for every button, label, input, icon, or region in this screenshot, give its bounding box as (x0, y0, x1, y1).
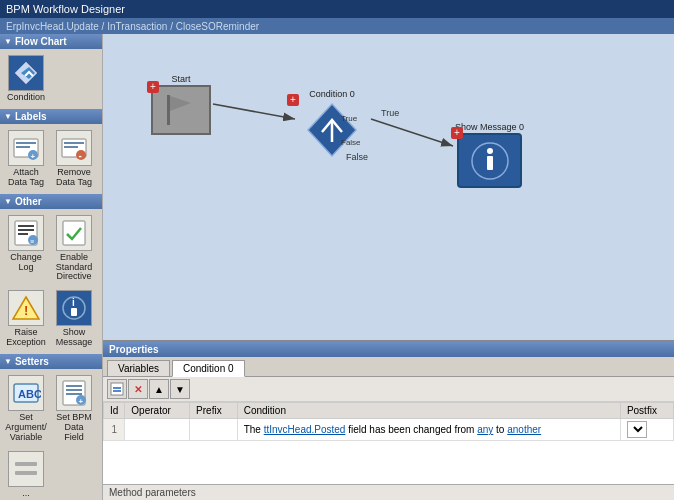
row-prefix (190, 419, 238, 441)
show-message-sidebar-icon: i (56, 290, 92, 326)
tool-show-message-sidebar[interactable]: i Show Message (52, 288, 96, 350)
tool-remove-data-tag-label: Remove Data Tag (54, 168, 94, 188)
tool-condition[interactable]: Condition (4, 53, 48, 105)
showmessage0-plus[interactable]: + (451, 127, 463, 139)
section-header-other[interactable]: Other (0, 194, 102, 209)
tool-attach-data-tag[interactable]: + Attach Data Tag (4, 128, 48, 190)
svg-rect-27 (66, 385, 82, 387)
tool-set-argument-variable[interactable]: ABC Set Argument/ Variable (4, 373, 48, 445)
col-prefix: Prefix (190, 403, 238, 419)
attach-data-tag-icon: + (8, 130, 44, 166)
svg-rect-23 (71, 308, 77, 316)
canvas-area[interactable]: True False Start + Condition 0 (103, 34, 674, 340)
svg-rect-28 (66, 389, 82, 391)
svg-text:i: i (72, 297, 75, 308)
properties-tabs: Variables Condition 0 (103, 357, 674, 377)
row-operator (125, 419, 190, 441)
move-down-button[interactable]: ▼ (170, 379, 190, 399)
section-header-labels[interactable]: Labels (0, 109, 102, 124)
condition-link-another[interactable]: another (507, 424, 541, 435)
tool-attach-data-tag-label: Attach Data Tag (6, 168, 46, 188)
properties-panel: Properties Variables Condition 0 (103, 340, 674, 500)
node-condition0-label: Condition 0 (309, 89, 355, 99)
main-layout: Flow Chart Condition Labels (0, 34, 674, 500)
tool-more-setters[interactable]: ... (4, 449, 48, 500)
col-postfix: Postfix (620, 403, 673, 419)
condition-false-label: False (341, 138, 361, 147)
start-plus[interactable]: + (147, 81, 159, 93)
section-header-flow-chart[interactable]: Flow Chart (0, 34, 102, 49)
tool-enable-standard-directive-label: Enable Standard Directive (54, 253, 94, 283)
title-bar: BPM Workflow Designer (0, 0, 674, 18)
svg-rect-46 (113, 390, 121, 392)
method-params-bar: Method parameters (103, 484, 674, 500)
move-up-button[interactable]: ▲ (149, 379, 169, 399)
node-start[interactable]: Start + (151, 74, 211, 135)
section-label-flow-chart: Flow Chart (15, 36, 67, 47)
edge-true-label: True (381, 108, 399, 118)
tool-enable-standard-directive[interactable]: Enable Standard Directive (52, 213, 96, 285)
tool-condition-label: Condition (7, 93, 45, 103)
section-label-other: Other (15, 196, 42, 207)
change-log-icon: ≡ (8, 215, 44, 251)
svg-rect-33 (15, 471, 37, 475)
raise-exception-icon: ! (8, 290, 44, 326)
svg-text:+: + (79, 397, 84, 406)
node-start-label: Start (171, 74, 190, 84)
svg-text:ABC: ABC (18, 388, 41, 400)
condition-true-label: True (341, 114, 357, 123)
section-content-labels: + Attach Data Tag - Remove Data Tag (0, 124, 102, 194)
node-showmessage0[interactable]: Show Message 0 + (455, 122, 524, 188)
svg-text:+: + (31, 151, 36, 160)
condition-link-field[interactable]: ttInvcHead.Posted (264, 424, 346, 435)
tab-variables[interactable]: Variables (107, 360, 170, 376)
svg-rect-9 (64, 146, 78, 148)
breadcrumb-text: ErpInvcHead.Update / InTransaction / Clo… (6, 21, 259, 32)
row-postfix[interactable] (620, 419, 673, 441)
properties-toolbar: ✕ ▲ ▼ (103, 377, 674, 402)
table-row: 1 The ttInvcHead.Posted field has been c… (104, 419, 674, 441)
tool-show-message-sidebar-label: Show Message (54, 328, 94, 348)
svg-text:-: - (79, 149, 82, 160)
node-condition0[interactable]: Condition 0 + True False (293, 89, 371, 162)
tool-more-setters-label: ... (22, 489, 30, 499)
title-text: BPM Workflow Designer (6, 3, 125, 15)
tab-condition0[interactable]: Condition 0 (172, 360, 245, 377)
tool-set-bpm-data-field[interactable]: + Set BPM Data Field (52, 373, 96, 445)
properties-table: Id Operator Prefix Condition Postfix 1 (103, 402, 674, 484)
svg-rect-43 (487, 156, 493, 170)
tool-raise-exception-label: Raise Exception (6, 328, 46, 348)
sidebar: Flow Chart Condition Labels (0, 34, 103, 500)
section-header-setters[interactable]: Setters (0, 354, 102, 369)
svg-rect-8 (64, 142, 84, 144)
section-content-other: ≡ Change Log Enable Standard Directive (0, 209, 102, 354)
condition-icon (8, 55, 44, 91)
properties-header: Properties (103, 342, 674, 357)
row-condition: The ttInvcHead.Posted field has been cha… (237, 419, 620, 441)
svg-marker-38 (170, 96, 191, 111)
svg-rect-18 (63, 221, 85, 245)
postfix-dropdown[interactable] (627, 421, 647, 438)
col-operator: Operator (125, 403, 190, 419)
add-row-button[interactable] (107, 379, 127, 399)
more-setters-icon (8, 451, 44, 487)
delete-row-button[interactable]: ✕ (128, 379, 148, 399)
svg-rect-45 (113, 387, 121, 389)
section-content-setters: ABC Set Argument/ Variable + Set (0, 369, 102, 500)
tool-remove-data-tag[interactable]: - Remove Data Tag (52, 128, 96, 190)
svg-text:≡: ≡ (30, 237, 34, 244)
set-argument-variable-icon: ABC (8, 375, 44, 411)
node-showmessage0-label: Show Message 0 (455, 122, 524, 132)
tool-change-log[interactable]: ≡ Change Log (4, 213, 48, 285)
breadcrumb: ErpInvcHead.Update / InTransaction / Clo… (0, 18, 674, 34)
svg-rect-32 (15, 462, 37, 466)
section-label-setters: Setters (15, 356, 49, 367)
condition-link-any[interactable]: any (477, 424, 493, 435)
svg-rect-15 (18, 233, 28, 235)
condition0-plus[interactable]: + (287, 94, 299, 106)
section-content-flow-chart: Condition (0, 49, 102, 109)
content-area: True False Start + Condition 0 (103, 34, 674, 500)
enable-standard-directive-icon (56, 215, 92, 251)
section-label-labels: Labels (15, 111, 47, 122)
tool-raise-exception[interactable]: ! Raise Exception (4, 288, 48, 350)
